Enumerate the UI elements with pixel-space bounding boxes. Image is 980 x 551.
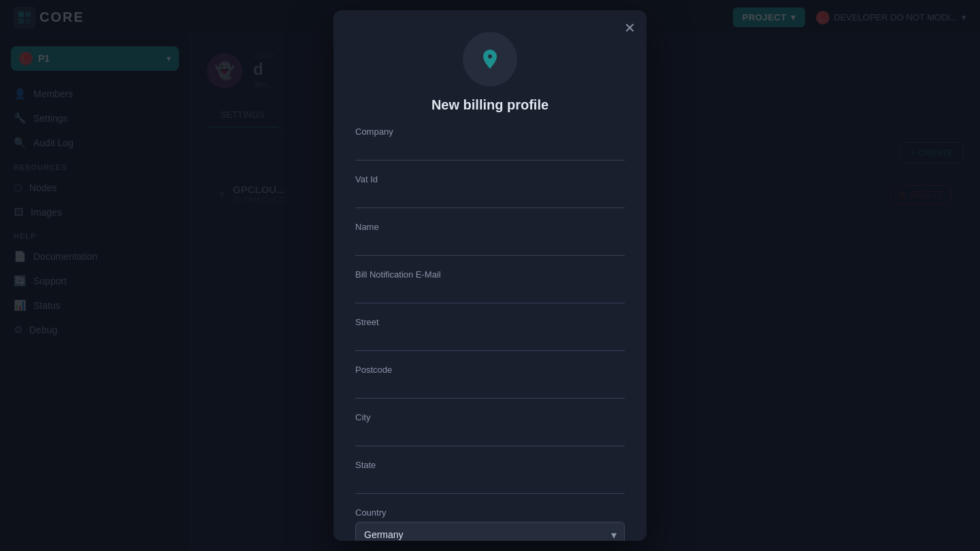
name-input[interactable]	[355, 236, 625, 256]
country-label: Country	[355, 507, 625, 518]
country-field: Country Germany Austria Switzerland Fran…	[355, 507, 625, 541]
vat-id-label: Vat Id	[355, 174, 625, 184]
postcode-input[interactable]	[355, 379, 625, 399]
billing-profile-modal: ✕ New billing profile Company Vat Id Nam…	[333, 10, 647, 541]
state-label: State	[355, 460, 625, 470]
modal-title: New billing profile	[431, 97, 549, 113]
city-label: City	[355, 412, 625, 422]
city-input[interactable]	[355, 427, 625, 446]
location-icon	[463, 32, 517, 86]
country-select[interactable]: Germany Austria Switzerland France Unite…	[355, 522, 625, 541]
country-select-wrapper: Germany Austria Switzerland France Unite…	[355, 522, 625, 541]
street-field: Street	[355, 317, 625, 351]
vat-id-input[interactable]	[355, 188, 625, 208]
company-field: Company	[355, 127, 625, 161]
company-input[interactable]	[355, 141, 625, 161]
modal-close-button[interactable]: ✕	[624, 21, 636, 35]
name-field: Name	[355, 222, 625, 256]
bill-email-label: Bill Notification E-Mail	[355, 269, 625, 280]
modal-header: New billing profile	[333, 10, 647, 127]
state-input[interactable]	[355, 474, 625, 494]
bill-email-field: Bill Notification E-Mail	[355, 269, 625, 303]
vat-id-field: Vat Id	[355, 174, 625, 208]
modal-overlay: ✕ New billing profile Company Vat Id Nam…	[0, 0, 980, 551]
postcode-field: Postcode	[355, 365, 625, 399]
city-field: City	[355, 412, 625, 446]
name-label: Name	[355, 222, 625, 232]
bill-email-input[interactable]	[355, 284, 625, 303]
postcode-label: Postcode	[355, 365, 625, 375]
state-field: State	[355, 460, 625, 494]
company-label: Company	[355, 127, 625, 137]
modal-body: Company Vat Id Name Bill Notification E-…	[333, 127, 647, 541]
street-label: Street	[355, 317, 625, 327]
street-input[interactable]	[355, 331, 625, 351]
